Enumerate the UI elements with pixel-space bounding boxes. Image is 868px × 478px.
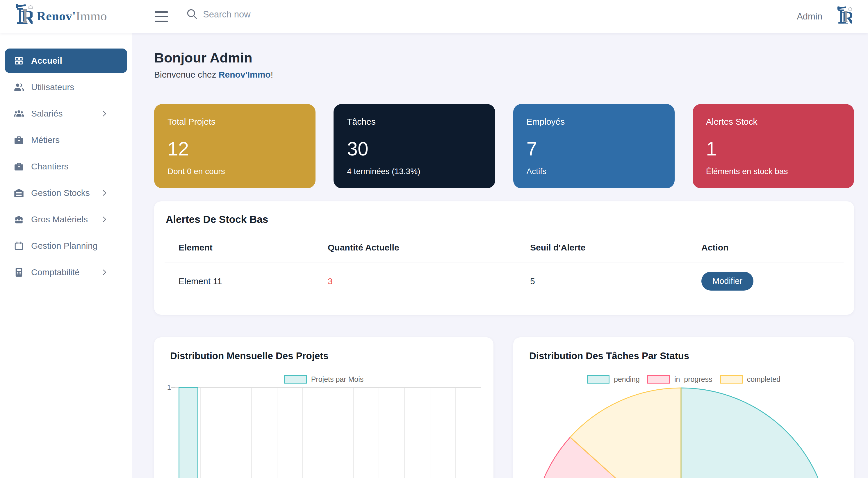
bar-chart-plot <box>175 387 481 478</box>
subtitle-suffix: ! <box>271 70 273 79</box>
cell-quantity: 3 <box>328 276 530 286</box>
stat-title: Employés <box>527 117 661 127</box>
top-header: R Renov'Immo Admin R <box>0 0 868 33</box>
sidebar-item-label: Accueil <box>31 56 62 66</box>
calendar-icon <box>14 241 24 251</box>
stat-subtitle: 4 terminées (13.3%) <box>347 167 482 176</box>
legend-label: Projets par Mois <box>311 375 364 383</box>
briefcase-icon <box>14 135 24 145</box>
pie-slice-pending <box>681 388 830 478</box>
sidebar-item-comptabilite[interactable]: Comptabilité <box>5 260 127 284</box>
sidebar-item-label: Métiers <box>31 135 60 145</box>
sidebar-item-gestion-stocks[interactable]: Gestion Stocks <box>5 181 127 205</box>
column-header-quantite: Quantité Actuelle <box>328 243 530 252</box>
brand-logo[interactable]: R Renov'Immo <box>15 4 107 28</box>
sidebar-item-accueil[interactable]: Accueil <box>5 48 127 73</box>
sidebar-item-label: Gestion Stocks <box>31 188 90 198</box>
cell-threshold: 5 <box>530 276 702 286</box>
stock-alerts-card: Alertes De Stock Bas Element Quantité Ac… <box>154 201 854 315</box>
stat-title: Tâches <box>347 117 482 127</box>
stat-value: 12 <box>167 138 302 160</box>
sidebar-item-gros-materiels[interactable]: Gros Matériels <box>5 207 127 232</box>
users-icon <box>14 82 24 93</box>
chevron-right-icon <box>100 189 108 197</box>
welcome-subtitle: Bienvenue chez Renov'Immo! <box>154 70 854 80</box>
stat-subtitle: Dont 0 en cours <box>167 167 302 176</box>
stat-card-employes: Employés 7 Actifs <box>513 104 675 188</box>
column-header-element: Element <box>179 243 328 252</box>
stat-value: 7 <box>527 138 661 160</box>
bar-month-1 <box>179 387 198 478</box>
page-title: Bonjour Admin <box>154 50 854 66</box>
pie-chart <box>513 337 852 478</box>
grid-icon <box>14 56 24 66</box>
sidebar-item-metiers[interactable]: Métiers <box>5 128 127 152</box>
y-axis-tick-label: 1 <box>159 383 171 391</box>
pie-chart-card: Distribution Des Tâches Par Status pendi… <box>513 337 854 478</box>
subtitle-prefix: Bienvenue chez <box>154 70 219 79</box>
sidebar-item-label: Salariés <box>31 109 63 118</box>
user-name[interactable]: Admin <box>797 11 823 22</box>
bar-chart-gridlines <box>175 387 481 478</box>
sidebar-item-label: Gros Matériels <box>31 214 88 224</box>
stat-subtitle: Actifs <box>527 167 661 176</box>
stat-card-total-projets: Total Projets 12 Dont 0 en cours <box>154 104 315 188</box>
brand-link[interactable]: Renov'Immo <box>219 70 271 79</box>
warehouse-icon <box>14 188 24 198</box>
search-input[interactable] <box>203 9 383 20</box>
sidebar: Accueil Utilisateurs Salariés Métiers Ch… <box>0 33 132 478</box>
charts-row: Distribution Mensuelle Des Projets Proje… <box>154 337 854 478</box>
brand-logo-icon: R <box>15 4 33 28</box>
briefcase-icon <box>14 161 24 172</box>
stat-title: Total Projets <box>167 117 302 127</box>
toolbox-icon <box>14 214 24 225</box>
column-header-seuil: Seuil d'Alerte <box>530 243 702 252</box>
stat-title: Alertes Stock <box>706 117 841 127</box>
search-icon <box>186 7 198 22</box>
sidebar-item-label: Utilisateurs <box>31 82 74 92</box>
legend-swatch <box>284 375 307 383</box>
chevron-right-icon <box>100 109 108 118</box>
legend-item-projets-par-mois[interactable]: Projets par Mois <box>284 375 364 383</box>
bar-chart-legend: Projets par Mois <box>154 375 493 383</box>
bar-chart-title: Distribution Mensuelle Des Projets <box>170 350 493 362</box>
stat-cards-row: Total Projets 12 Dont 0 en cours Tâches … <box>154 104 854 188</box>
stat-value: 1 <box>706 138 841 160</box>
table-header-row: Element Quantité Actuelle Seuil d'Alerte… <box>154 243 854 252</box>
brand-name: Renov'Immo <box>37 9 107 24</box>
cell-element: Element 11 <box>179 276 328 286</box>
stat-value: 30 <box>347 138 482 160</box>
stat-card-taches: Tâches 30 4 terminées (13.3%) <box>334 104 495 188</box>
stat-subtitle: Éléments en stock bas <box>706 167 841 176</box>
sidebar-item-salaries[interactable]: Salariés <box>5 101 127 126</box>
bar-chart-card: Distribution Mensuelle Des Projets Proje… <box>154 337 493 478</box>
table-divider <box>164 262 844 262</box>
table-row: Element 11 3 5 Modifier <box>154 272 854 291</box>
chevron-right-icon <box>100 215 108 224</box>
sidebar-item-label: Gestion Planning <box>31 241 98 251</box>
team-icon <box>14 108 24 119</box>
modifier-button[interactable]: Modifier <box>702 272 753 291</box>
sidebar-item-label: Chantiers <box>31 162 68 171</box>
menu-toggle-button[interactable] <box>155 11 168 22</box>
sidebar-item-chantiers[interactable]: Chantiers <box>5 154 127 179</box>
user-avatar[interactable]: R <box>837 6 852 27</box>
sidebar-item-label: Comptabilité <box>31 267 80 277</box>
column-header-action: Action <box>702 243 837 252</box>
sidebar-item-utilisateurs[interactable]: Utilisateurs <box>5 75 127 99</box>
main-content: Bonjour Admin Bienvenue chez Renov'Immo!… <box>132 33 868 478</box>
chevron-right-icon <box>100 268 108 276</box>
stat-card-alertes-stock: Alertes Stock 1 Éléments en stock bas <box>693 104 854 188</box>
stock-alerts-title: Alertes De Stock Bas <box>166 213 854 225</box>
calculator-icon <box>14 267 24 277</box>
sidebar-item-gestion-planning[interactable]: Gestion Planning <box>5 234 127 258</box>
search-bar <box>186 7 383 22</box>
